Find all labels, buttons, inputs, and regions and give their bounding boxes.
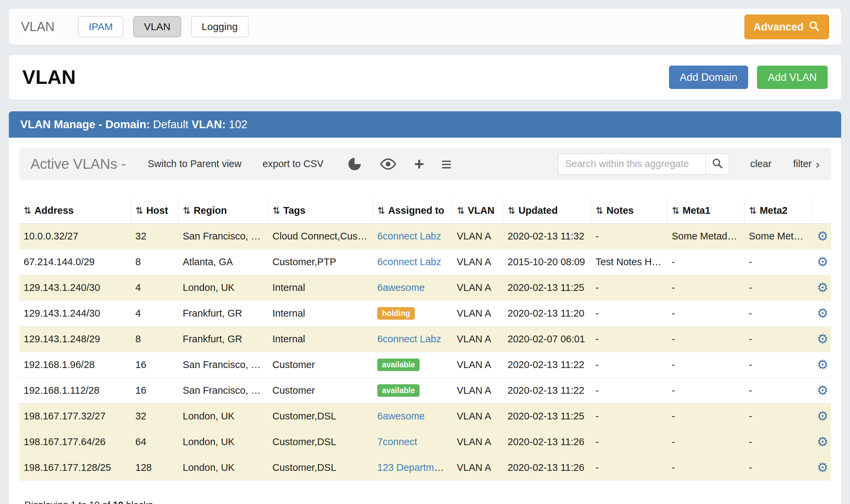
- cell-meta2: -: [744, 249, 812, 275]
- column-label: Address: [35, 205, 74, 216]
- cell-vlan: VLAN A: [452, 429, 503, 455]
- hamburger-menu-icon[interactable]: ≡: [441, 155, 452, 173]
- cell-actions: ⚙: [812, 300, 831, 326]
- cell-tags: Cloud Connect,Customer: [268, 223, 373, 249]
- column-header-notes[interactable]: ⇅Notes: [591, 198, 667, 223]
- cell-address: 10.0.0.32/27: [19, 223, 130, 249]
- plus-icon[interactable]: +: [414, 156, 424, 173]
- table-row: 192.168.1.96/2816San Francisco, CACustom…: [19, 352, 831, 378]
- cell-tags: Internal: [268, 300, 373, 326]
- cell-assigned-to: available: [373, 352, 452, 378]
- column-header-updated[interactable]: ⇅Updated: [503, 198, 591, 223]
- gear-icon[interactable]: ⚙: [817, 306, 828, 320]
- column-header-host[interactable]: ⇅Host: [130, 198, 178, 223]
- export-csv-link[interactable]: export to CSV: [263, 158, 324, 169]
- column-header-assigned-to[interactable]: ⇅Assigned to: [373, 198, 452, 223]
- cell-meta2: -: [744, 275, 812, 300]
- cell-vlan: VLAN A: [452, 300, 503, 326]
- cell-address: 198.167.177.128/25: [19, 455, 130, 480]
- switch-parent-view-link[interactable]: Switch to Parent view: [147, 158, 241, 169]
- cell-meta2: -: [744, 455, 812, 480]
- cell-assigned-to: 6awesome: [373, 403, 452, 429]
- column-header-region[interactable]: ⇅Region: [178, 198, 268, 223]
- gear-icon[interactable]: ⚙: [817, 358, 828, 372]
- cell-notes: -: [591, 403, 667, 429]
- cell-host: 32: [130, 403, 178, 429]
- cell-actions: ⚙: [812, 352, 831, 378]
- advanced-search-button[interactable]: Advanced: [744, 15, 829, 39]
- cell-actions: ⚙: [812, 403, 831, 429]
- cell-vlan: VLAN A: [452, 455, 503, 480]
- assigned-to-link[interactable]: 6awesome: [377, 411, 425, 421]
- cell-meta1: -: [667, 352, 744, 378]
- eye-icon[interactable]: [379, 158, 397, 170]
- cell-actions: ⚙: [812, 223, 831, 249]
- cell-notes: -: [591, 429, 667, 455]
- gear-icon[interactable]: ⚙: [817, 409, 828, 423]
- clear-link[interactable]: clear: [750, 158, 772, 169]
- search-input[interactable]: [558, 154, 706, 175]
- cell-meta2: -: [744, 378, 812, 403]
- column-header-meta1[interactable]: ⇅Meta1: [667, 198, 744, 223]
- cell-address: 129.143.1.240/30: [19, 275, 130, 300]
- top-navigation-bar: VLAN IPAM VLAN Logging Advanced: [9, 9, 841, 44]
- filter-link[interactable]: filter›: [793, 158, 819, 170]
- tab-ipam[interactable]: IPAM: [78, 16, 123, 37]
- assigned-to-link[interactable]: 6connect Labz: [377, 256, 441, 267]
- cell-notes: -: [591, 223, 667, 249]
- tab-vlan[interactable]: VLAN: [133, 16, 181, 37]
- pie-chart-icon[interactable]: [347, 157, 362, 172]
- panel-body: Active VLANs - Switch to Parent view exp…: [9, 138, 841, 504]
- column-header-meta2[interactable]: ⇅Meta2: [744, 198, 812, 223]
- sort-icon: ⇅: [508, 206, 516, 216]
- cell-actions: ⚙: [812, 429, 831, 455]
- table-row: 129.143.1.244/304Frankfurt, GRInternalho…: [19, 300, 831, 326]
- app-title: VLAN: [21, 20, 54, 34]
- add-domain-button[interactable]: Add Domain: [669, 66, 748, 89]
- gear-icon[interactable]: ⚙: [817, 332, 828, 346]
- assigned-to-link[interactable]: 6connect Labz: [377, 231, 441, 241]
- table-row: 129.143.1.240/304London, UKInternal6awes…: [19, 275, 831, 300]
- cell-host: 8: [130, 249, 178, 275]
- panel-title-vlan-label: VLAN:: [192, 118, 226, 130]
- assigned-to-link[interactable]: 123 Department…: [377, 462, 452, 473]
- sort-icon: ⇅: [749, 206, 757, 216]
- assigned-to-link[interactable]: 6awesome: [377, 282, 425, 293]
- cell-meta2: Some Met…: [744, 223, 812, 249]
- cell-updated: 2020-02-13 11:22: [503, 378, 591, 403]
- gear-icon[interactable]: ⚙: [817, 229, 828, 243]
- cell-vlan: VLAN A: [452, 403, 503, 429]
- column-header-tags[interactable]: ⇅Tags: [268, 198, 373, 223]
- cell-updated: 2020-02-13 11:25: [503, 403, 591, 429]
- cell-meta1: -: [667, 249, 744, 275]
- cell-assigned-to: 123 Department…: [373, 455, 452, 480]
- cell-actions: ⚙: [812, 378, 831, 403]
- table-header-row: ⇅Address⇅Host⇅Region⇅Tags⇅Assigned to⇅VL…: [19, 198, 831, 223]
- gear-icon[interactable]: ⚙: [817, 461, 828, 474]
- status-badge: holding: [377, 307, 415, 320]
- tab-logging[interactable]: Logging: [191, 16, 248, 37]
- cell-meta1: -: [667, 326, 744, 352]
- column-label: Assigned to: [388, 205, 444, 216]
- cell-actions: ⚙: [812, 275, 831, 300]
- page-title: VLAN: [22, 66, 76, 89]
- cell-notes: -: [591, 455, 667, 480]
- gear-icon[interactable]: ⚙: [817, 255, 828, 269]
- add-vlan-button[interactable]: Add VLAN: [757, 66, 828, 89]
- results-count: Displaying 1 to 10 of 10 blocks: [19, 500, 831, 504]
- gear-icon[interactable]: ⚙: [817, 435, 828, 449]
- search-button[interactable]: [706, 154, 729, 175]
- gear-icon[interactable]: ⚙: [817, 281, 828, 294]
- cell-meta1: -: [667, 378, 744, 403]
- cell-address: 198.167.177.64/26: [19, 429, 130, 455]
- cell-tags: Customer,DSL: [268, 455, 373, 480]
- status-badge: available: [377, 384, 420, 397]
- column-header-address[interactable]: ⇅Address: [19, 198, 130, 223]
- cell-host: 16: [130, 352, 178, 378]
- assigned-to-link[interactable]: 6connect Labz: [377, 334, 441, 344]
- assigned-to-link[interactable]: 7connect: [377, 436, 417, 447]
- cell-notes: -: [591, 300, 667, 326]
- sort-icon: ⇅: [136, 206, 143, 216]
- column-header-vlan[interactable]: ⇅VLAN: [452, 198, 503, 223]
- gear-icon[interactable]: ⚙: [817, 383, 828, 397]
